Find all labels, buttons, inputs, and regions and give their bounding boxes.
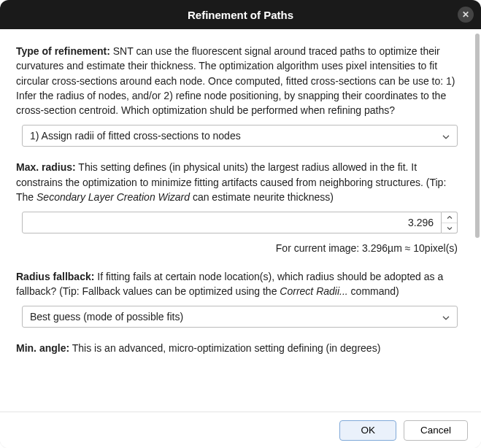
type-of-refinement-select[interactable]: 1) Assign radii of fitted cross-sections… [22,125,458,147]
radius-fallback-text-b: command) [348,285,399,297]
chevron-down-icon [447,227,453,230]
radius-fallback-italic: Correct Radii... [280,285,347,297]
section-max-radius: Max. radius: This setting defines (in ph… [16,160,458,255]
max-radius-input-row: 3.296 [22,212,458,233]
radius-fallback-label: Radius fallback: [16,271,94,282]
min-angle-description: Min. angle: This is an advanced, micro-o… [16,341,458,355]
max-radius-italic: Secondary Layer Creation Wizard [36,191,190,203]
spinner-up-button[interactable] [442,212,457,223]
max-radius-input[interactable]: 3.296 [22,212,442,233]
min-angle-text-a: This is an advanced, micro-optimization … [69,342,380,354]
radius-fallback-select[interactable]: Best guess (mode of possible fits) [22,306,458,328]
dialog-window: Refinement of Paths ✕ Type of refinement… [0,0,481,448]
radius-fallback-selected: Best guess (mode of possible fits) [30,309,183,324]
cancel-button-label: Cancel [420,425,451,436]
window-title: Refinement of Paths [188,9,293,21]
max-radius-spinner [442,212,458,233]
button-bar: OK Cancel [0,412,481,448]
section-min-angle: Min. angle: This is an advanced, micro-o… [16,341,458,355]
section-type-of-refinement: Type of refinement: SNT can use the fluo… [16,44,458,147]
chevron-down-icon [442,309,450,324]
type-of-refinement-label: Type of refinement: [16,45,110,57]
close-icon: ✕ [462,9,469,20]
radius-fallback-description: Radius fallback: If fitting fails at cer… [16,269,458,299]
chevron-down-icon [442,128,450,143]
cancel-button[interactable]: Cancel [404,420,468,441]
titlebar: Refinement of Paths ✕ [0,0,481,29]
content-wrapper: Type of refinement: SNT can use the fluo… [0,29,481,412]
max-radius-label: Max. radius: [16,161,76,173]
scrollbar[interactable] [474,29,481,412]
section-radius-fallback: Radius fallback: If fitting fails at cer… [16,269,458,328]
dialog-content: Type of refinement: SNT can use the fluo… [0,29,474,412]
chevron-up-icon [447,216,453,219]
max-radius-description: Max. radius: This setting defines (in ph… [16,160,458,204]
max-radius-value: 3.296 [408,215,434,230]
ok-button[interactable]: OK [339,420,396,441]
ok-button-label: OK [361,425,375,436]
type-of-refinement-description: Type of refinement: SNT can use the fluo… [16,44,458,117]
close-button[interactable]: ✕ [458,7,474,23]
max-radius-text-b: can estimate neurite thickness) [190,191,334,203]
spinner-down-button[interactable] [442,223,457,233]
max-radius-hint: For current image: 3.296µm ≈ 10pixel(s) [16,241,458,255]
scrollbar-thumb[interactable] [475,34,480,238]
min-angle-label: Min. angle: [16,342,69,354]
type-of-refinement-selected: 1) Assign radii of fitted cross-sections… [30,128,241,143]
